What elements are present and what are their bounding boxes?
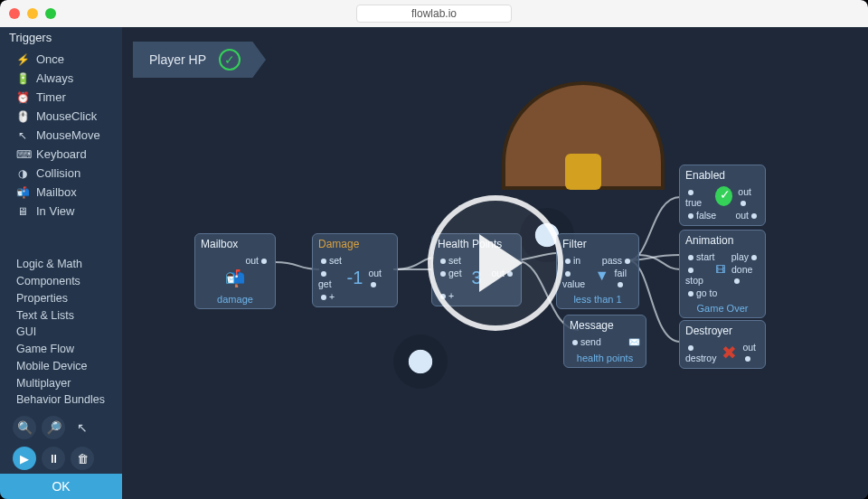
cat-properties[interactable]: Properties (16, 290, 113, 307)
clock-icon: ⏰ (16, 91, 29, 104)
node-filter[interactable]: Filter inpass value▼fail less than 1 (556, 233, 639, 309)
category-list: Logic & Math Components Properties Text … (0, 252, 122, 412)
node-title: Animation (685, 234, 760, 247)
cat-behavior-bundles[interactable]: Behavior Bundles (16, 391, 113, 409)
monitor-icon: 🖥 (16, 205, 29, 218)
node-sub: Game Over (685, 303, 760, 314)
trigger-label: Always (36, 71, 73, 85)
mailbox-icon: 📬 (16, 186, 29, 199)
play-icon (479, 234, 523, 292)
trigger-label: MouseMove (36, 128, 100, 142)
cat-gui[interactable]: GUI (16, 324, 113, 341)
zoom-in-icon[interactable]: 🔍 (13, 416, 36, 439)
mailbox-icon: 📬 (201, 267, 269, 290)
check-icon: ✓ (219, 49, 241, 71)
trigger-mailbox[interactable]: 📬Mailbox (0, 183, 122, 202)
keyboard-icon: ⌨ (16, 148, 29, 161)
mouse-icon: 🖱️ (16, 110, 29, 123)
funnel-icon: ▼ (595, 268, 609, 289)
zoom-out-icon[interactable]: 🔎 (42, 416, 65, 439)
url-field[interactable]: flowlab.io (356, 5, 512, 23)
trigger-once[interactable]: ⚡Once (0, 50, 122, 69)
ok-button[interactable]: OK (0, 474, 122, 499)
node-title: Destroyer (685, 325, 760, 337)
node-title: Enabled (685, 169, 760, 182)
behavior-canvas[interactable]: Player HP ✓ Mailbox out 📬 damage (122, 27, 868, 499)
node-sub: less than 1 (562, 294, 633, 305)
trigger-label: MouseClick (36, 109, 97, 123)
trigger-keyboard[interactable]: ⌨Keyboard (0, 145, 122, 164)
node-title: Damage (318, 238, 392, 250)
cat-logic-math[interactable]: Logic & Math (16, 256, 113, 273)
node-mailbox[interactable]: Mailbox out 📬 damage (194, 233, 276, 309)
trigger-label: Collision (36, 166, 80, 180)
node-sub: damage (201, 294, 269, 305)
trigger-label: Keyboard (36, 147, 87, 161)
node-damage[interactable]: Damage set get-1out + (312, 233, 398, 307)
play-button[interactable]: ▶ (13, 447, 36, 470)
trigger-mousemove[interactable]: ↖MouseMove (0, 126, 122, 145)
cat-multiplayer[interactable]: Multiplayer (16, 375, 113, 392)
node-destroyer[interactable]: Destroyer destroy✖out (679, 320, 766, 369)
trigger-inview[interactable]: 🖥In View (0, 202, 122, 221)
triggers-header: Triggers (0, 27, 122, 48)
node-title: Filter (562, 238, 633, 250)
trigger-label: Once (36, 52, 64, 66)
film-icon: 🎞 (716, 264, 726, 286)
envelope-icon: ✉️ (628, 336, 640, 348)
cat-game-flow[interactable]: Game Flow (16, 341, 113, 358)
maximize-icon[interactable] (45, 8, 56, 19)
bundle-title: Player HP (149, 52, 206, 67)
cursor-tool-icon[interactable]: ↖ (71, 416, 94, 439)
trigger-label: Timer (36, 90, 66, 104)
collision-icon: ◑ (16, 167, 29, 180)
cat-mobile-device[interactable]: Mobile Device (16, 358, 113, 375)
x-icon: ✖ (722, 342, 737, 363)
node-enabled[interactable]: Enabled trueout falseout (679, 165, 766, 226)
trigger-mouseclick[interactable]: 🖱️MouseClick (0, 107, 122, 126)
bg-lock-icon (565, 154, 601, 190)
trigger-label: In View (36, 204, 74, 218)
trigger-label: Mailbox (36, 185, 77, 199)
cat-components[interactable]: Components (16, 273, 113, 290)
close-icon[interactable] (9, 8, 20, 19)
sidebar: Triggers ⚡Once 🔋Always ⏰Timer 🖱️MouseCli… (0, 27, 122, 499)
node-message[interactable]: Message send✉️ health points (563, 315, 646, 368)
check-icon (715, 186, 733, 206)
node-animation[interactable]: Animation startplay stop🎞done go to Game… (679, 230, 766, 318)
video-play-button[interactable] (428, 195, 563, 331)
trigger-timer[interactable]: ⏰Timer (0, 88, 122, 107)
bg-eye (393, 334, 448, 389)
pause-button[interactable]: ⏸ (42, 447, 65, 470)
cursor-icon: ↖ (16, 129, 29, 142)
node-sub: health points (570, 353, 640, 363)
bundle-tab[interactable]: Player HP ✓ (133, 42, 266, 78)
node-title: Mailbox (201, 238, 269, 250)
trash-button[interactable]: 🗑 (71, 447, 94, 470)
cat-text-lists[interactable]: Text & Lists (16, 307, 113, 325)
trigger-collision[interactable]: ◑Collision (0, 164, 122, 183)
bolt-icon: ⚡ (16, 53, 29, 66)
battery-icon: 🔋 (16, 72, 29, 85)
minimize-icon[interactable] (27, 8, 38, 19)
titlebar: flowlab.io (0, 0, 868, 27)
trigger-always[interactable]: 🔋Always (0, 69, 122, 88)
node-title: Message (570, 319, 640, 332)
